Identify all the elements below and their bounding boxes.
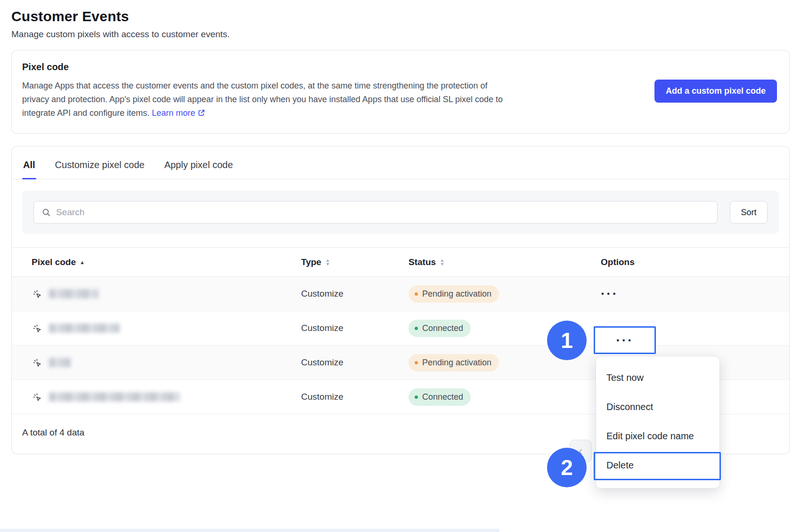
row-status-cell: Pending activation <box>409 285 596 303</box>
row-options-cell: ··· <box>596 287 769 300</box>
tab-customize-pixel-code[interactable]: Customize pixel code <box>54 157 146 179</box>
status-badge: Pending activation <box>409 354 499 371</box>
total-count-text: A total of 4 data <box>22 427 84 437</box>
column-header-type[interactable]: Type ▲▼ <box>301 257 409 267</box>
status-label: Connected <box>422 392 463 402</box>
status-badge: Pending activation <box>409 285 499 303</box>
pixel-name-cell <box>32 357 301 368</box>
status-dot-icon <box>415 292 418 296</box>
add-custom-pixel-code-button[interactable]: Add a custom pixel code <box>654 80 777 103</box>
column-header-status[interactable]: Status ▲▼ <box>409 257 596 267</box>
status-badge: Connected <box>409 320 471 337</box>
redacted-pixel-name <box>49 323 120 333</box>
status-label: Pending activation <box>422 358 491 368</box>
status-label: Connected <box>422 323 463 333</box>
row-type: Customize <box>301 357 409 368</box>
redacted-pixel-name <box>49 289 98 298</box>
external-link-icon <box>197 109 205 117</box>
menu-item-edit-pixel-code-name[interactable]: Edit pixel code name <box>596 421 719 451</box>
tab-customize-label: Customize pixel code <box>55 160 145 170</box>
tab-bar: All Customize pixel code Apply pixel cod… <box>12 157 789 179</box>
status-dot-icon <box>415 395 418 399</box>
pixel-code-card-text: Pixel code Manage Apps that access the c… <box>22 62 515 120</box>
search-input[interactable] <box>56 207 710 218</box>
menu-item-test-now[interactable]: Test now <box>596 363 719 392</box>
pixel-cursor-icon <box>32 392 42 403</box>
column-pixel-code-label: Pixel code <box>32 257 76 267</box>
pixel-code-card: Pixel code Manage Apps that access the c… <box>11 50 790 134</box>
status-dot-icon <box>415 327 418 330</box>
row-status-cell: Connected <box>409 388 596 406</box>
pixel-code-card-title: Pixel code <box>22 62 515 73</box>
tab-all[interactable]: All <box>22 157 36 179</box>
pixel-code-card-description: Manage Apps that access the customer eve… <box>22 79 515 120</box>
delete-highlight-box <box>594 452 721 480</box>
table-row: Customize Pending activation ··· <box>12 277 789 311</box>
pixel-cursor-icon <box>32 323 42 334</box>
caret-down-icon: ▼ <box>440 262 445 266</box>
learn-more-label: Learn more <box>152 108 195 118</box>
status-dot-icon <box>415 361 418 364</box>
sort-button[interactable]: Sort <box>730 201 768 224</box>
caret-down-icon: ▼ <box>325 262 330 266</box>
annotation-step-2-badge: 2 <box>547 448 587 487</box>
search-panel: Sort <box>22 191 779 234</box>
tab-apply-label: Apply pixel code <box>164 160 233 170</box>
tab-apply-pixel-code[interactable]: Apply pixel code <box>163 157 234 179</box>
status-label: Pending activation <box>422 289 491 299</box>
page-title: Customer Events <box>11 8 790 24</box>
sort-carets-icon: ▲▼ <box>440 258 445 266</box>
pixel-code-description-text: Manage Apps that access the customer eve… <box>22 81 503 118</box>
annotation-step-1-badge: 1 <box>547 321 587 360</box>
search-box[interactable] <box>33 201 718 224</box>
search-icon <box>41 208 51 217</box>
row-options-button[interactable]: ··· <box>601 287 618 300</box>
pixel-cursor-icon <box>32 357 42 368</box>
column-type-label: Type <box>301 257 321 267</box>
pixel-name-cell <box>32 323 301 334</box>
customer-events-page: Customer Events Manage custom pixels wit… <box>0 0 801 532</box>
learn-more-link[interactable]: Learn more <box>152 108 205 118</box>
sort-ascending-icon: ▲ <box>80 259 85 265</box>
pixel-name-cell <box>32 289 301 299</box>
redacted-pixel-name <box>49 392 180 402</box>
column-header-options: Options <box>596 257 769 267</box>
table-header-row: Pixel code ▲ Type ▲▼ Status ▲▼ Options <box>12 248 789 277</box>
pixel-name-cell <box>32 392 301 403</box>
sort-carets-icon: ▲▼ <box>325 258 330 266</box>
redacted-pixel-name <box>49 358 71 367</box>
column-options-label: Options <box>601 257 635 267</box>
next-section-edge <box>0 529 499 532</box>
column-status-label: Status <box>409 257 436 267</box>
pixel-cursor-icon <box>32 289 42 299</box>
row-type: Customize <box>301 323 409 333</box>
column-header-pixel-code[interactable]: Pixel code ▲ <box>32 257 301 267</box>
row-type: Customize <box>301 289 409 299</box>
tab-all-label: All <box>23 160 35 170</box>
row-type: Customize <box>301 392 409 402</box>
menu-item-disconnect[interactable]: Disconnect <box>596 392 719 421</box>
page-subtitle: Manage custom pixels with access to cust… <box>11 29 790 40</box>
options-highlight-box: ··· <box>594 326 656 354</box>
table-row: Customize Connected ··· <box>12 311 789 346</box>
options-ellipsis-icon[interactable]: ··· <box>616 334 634 347</box>
status-badge: Connected <box>409 388 471 406</box>
